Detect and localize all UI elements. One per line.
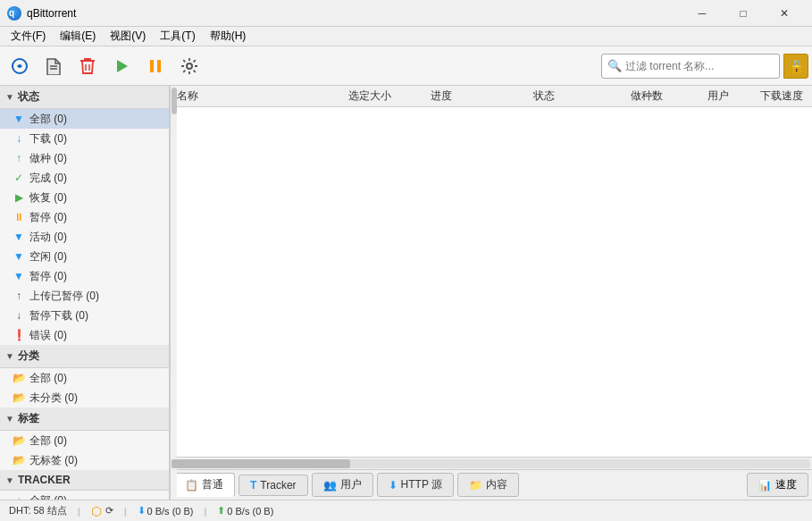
tab-content-icon: 📁 xyxy=(469,479,482,492)
search-icon: 🔍 xyxy=(607,59,622,72)
tab-http[interactable]: ⬇ HTTP 源 xyxy=(377,473,454,497)
sidebar-item-seeding[interactable]: ↑ 做种 (0) xyxy=(0,148,169,168)
col-status-header: 状态 xyxy=(477,88,611,104)
menu-item-file[interactable]: 文件(F) xyxy=(4,27,53,46)
minimize-button[interactable]: ─ xyxy=(682,0,723,27)
section-tracker-label: TRACKER xyxy=(18,474,71,486)
sidebar-item-inactive[interactable]: ▼ 空闲 (0) xyxy=(0,247,169,266)
node-icon: ⬡ xyxy=(91,504,102,518)
h-scroll-track[interactable] xyxy=(172,459,810,468)
upload-speed: 0 B/s (0 B) xyxy=(227,506,273,517)
sidebar: ▼ 状态 ▼ 全部 (0) ↓ 下载 (0) ↑ 做种 (0) ✓ 完成 (0)… xyxy=(0,86,170,500)
chevron-tags: ▼ xyxy=(5,414,14,424)
sidebar-downloading-label: 下载 (0) xyxy=(29,131,67,147)
add-file-button[interactable] xyxy=(38,50,70,82)
sidebar-scrollbar-thumb[interactable] xyxy=(172,88,177,114)
menu-bar: 文件(F)编辑(E)视图(V)工具(T)帮助(H) xyxy=(0,27,812,46)
sidebar-all-label: 全部 (0) xyxy=(29,112,67,127)
sidebar-item-all[interactable]: ▼ 全部 (0) xyxy=(0,109,169,129)
tab-tracker-label: Tracker xyxy=(260,479,296,492)
sidebar-item-completed[interactable]: ✓ 完成 (0) xyxy=(0,168,169,188)
sidebar-tracker-all-label: 全部 (0) xyxy=(29,493,67,500)
col-dlspeed-header: 下载速度 xyxy=(754,88,808,104)
tab-tracker[interactable]: T Tracker xyxy=(239,475,308,496)
search-input[interactable] xyxy=(625,60,768,72)
window-title: qBittorrent xyxy=(27,7,682,20)
lock-button[interactable]: 🔒 xyxy=(783,54,808,79)
app-icon: q xyxy=(7,6,21,21)
sidebar-item-downloading[interactable]: ↓ 下载 (0) xyxy=(0,129,169,148)
sidebar-error-label: 错误 (0) xyxy=(29,328,67,343)
sidebar-item-cat-all[interactable]: 📂 全部 (0) xyxy=(0,368,169,388)
section-categories-label: 分类 xyxy=(18,349,39,364)
tab-peers[interactable]: 👥 用户 xyxy=(312,473,373,497)
menu-item-tools[interactable]: 工具(T) xyxy=(153,27,202,46)
tab-general-label: 普通 xyxy=(202,477,223,492)
sidebar-item-dl-paused[interactable]: ↓ 暂停下载 (0) xyxy=(0,306,169,325)
section-tracker[interactable]: ▼ TRACKER xyxy=(0,470,169,491)
menu-item-edit[interactable]: 编辑(E) xyxy=(53,27,103,46)
tab-peers-icon: 👥 xyxy=(323,479,337,492)
active-icon: ▼ xyxy=(13,231,25,243)
seed-icon: ↑ xyxy=(13,152,25,164)
sidebar-item-tag-all[interactable]: 📂 全部 (0) xyxy=(0,431,169,450)
delete-button[interactable] xyxy=(71,50,104,82)
stalled-icon: ▼ xyxy=(13,270,25,282)
add-link-button[interactable] xyxy=(4,50,36,82)
status-sep2: | xyxy=(124,506,127,517)
tab-http-label: HTTP 源 xyxy=(401,477,442,492)
sidebar-resumed-label: 恢复 (0) xyxy=(29,190,67,206)
sidebar-item-active[interactable]: ▼ 活动 (0) xyxy=(0,227,169,247)
col-size-header: 选定大小 xyxy=(334,88,406,104)
chevron-categories: ▼ xyxy=(5,351,14,361)
tab-http-icon: ⬇ xyxy=(389,479,398,492)
sidebar-item-tracker-all[interactable]: ↓ 全部 (0) xyxy=(0,491,169,500)
sidebar-dl-paused-label: 暂停下载 (0) xyxy=(29,308,88,324)
tab-peers-label: 用户 xyxy=(340,477,362,492)
svg-rect-7 xyxy=(157,60,161,72)
menu-item-view[interactable]: 视图(V) xyxy=(103,27,153,46)
sidebar-item-upload-paused[interactable]: ↑ 上传已暂停 (0) xyxy=(0,286,169,306)
chevron-status: ▼ xyxy=(5,92,14,102)
h-scroll-thumb[interactable] xyxy=(172,459,350,468)
sidebar-item-stalled[interactable]: ▼ 暂停 (0) xyxy=(0,266,169,286)
pause-button[interactable] xyxy=(139,50,172,82)
section-status[interactable]: ▼ 状态 xyxy=(0,86,169,109)
sidebar-paused-label: 暂停 (0) xyxy=(29,210,67,225)
sidebar-item-error[interactable]: ❗ 错误 (0) xyxy=(0,325,169,345)
section-categories[interactable]: ▼ 分类 xyxy=(0,345,169,368)
horizontal-scrollbar[interactable] xyxy=(170,457,812,469)
speed-button[interactable]: 📊 速度 xyxy=(747,473,808,497)
svg-rect-6 xyxy=(150,60,154,72)
sidebar-cat-uncat-label: 未分类 (0) xyxy=(29,391,78,406)
tab-general-icon: 📋 xyxy=(185,479,198,492)
idle-icon: ▼ xyxy=(13,250,25,263)
col-name-header: 名称 xyxy=(173,88,334,104)
title-bar: q qBittorrent ─ □ ✕ xyxy=(0,0,812,27)
error-icon: ❗ xyxy=(13,329,25,341)
sidebar-cat-all-label: 全部 (0) xyxy=(29,371,67,386)
tab-content[interactable]: 📁 内容 xyxy=(457,473,519,497)
settings-button[interactable] xyxy=(173,50,205,82)
maximize-button[interactable]: □ xyxy=(723,0,764,27)
section-tags[interactable]: ▼ 标签 xyxy=(0,408,169,431)
sidebar-item-cat-uncat[interactable]: 📂 未分类 (0) xyxy=(0,388,169,408)
toolbar: 🔍 🔒 xyxy=(0,46,812,86)
chevron-tracker: ▼ xyxy=(5,475,14,485)
menu-item-help[interactable]: 帮助(H) xyxy=(203,27,254,46)
tab-general[interactable]: 📋 普通 xyxy=(173,473,235,497)
sidebar-upload-paused-label: 上传已暂停 (0) xyxy=(29,289,99,304)
search-box[interactable]: 🔍 xyxy=(601,54,780,79)
content-area: 名称 选定大小 进度 状态 做种数 用户 下载速度 📋 普通 T Tracker xyxy=(170,86,812,500)
sidebar-stalled-label: 暂停 (0) xyxy=(29,269,67,284)
sidebar-item-paused[interactable]: ⏸ 暂停 (0) xyxy=(0,207,169,227)
upload-paused-icon: ↑ xyxy=(13,290,25,302)
sidebar-item-resumed[interactable]: ▶ 恢复 (0) xyxy=(0,188,169,207)
sidebar-item-tag-none[interactable]: 📂 无标签 (0) xyxy=(0,450,169,470)
resume-button[interactable] xyxy=(105,50,138,82)
tab-tracker-icon: T xyxy=(250,479,256,492)
status-sep1: | xyxy=(78,506,80,517)
close-button[interactable]: ✕ xyxy=(764,0,805,27)
svg-point-8 xyxy=(187,63,192,69)
dht-status: DHT: 58 结点 xyxy=(9,504,67,517)
